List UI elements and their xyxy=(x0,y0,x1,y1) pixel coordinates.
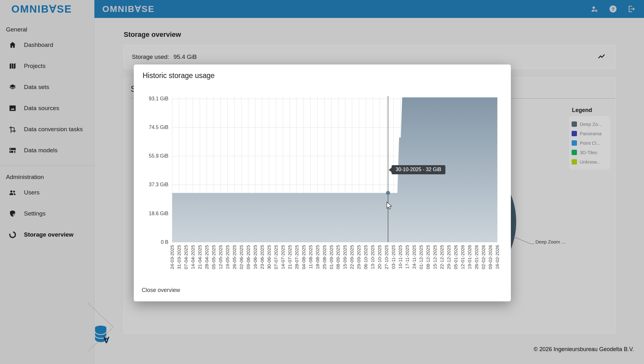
legend-item: 3D-Tiles xyxy=(572,148,607,157)
donut-icon xyxy=(8,231,17,239)
image-icon xyxy=(8,104,17,112)
sidebar-item-data-sources[interactable]: Data sources xyxy=(0,98,94,119)
map-icon xyxy=(8,62,17,70)
storage-icon xyxy=(8,146,17,154)
x-axis-tick-label: 02-02-2026 xyxy=(481,245,486,269)
x-axis-tick-label: 26-05-2025 xyxy=(232,245,237,269)
x-axis-tick-label: 14-07-2025 xyxy=(280,245,285,269)
x-axis-tick-label: 10-11-2025 xyxy=(398,245,403,269)
hover-point-marker xyxy=(386,191,390,195)
sidebar-item-data-sets[interactable]: Data sets xyxy=(0,76,94,98)
x-axis-tick-label: 22-09-2025 xyxy=(349,245,354,269)
x-axis-tick-label: 21-07-2025 xyxy=(287,245,292,269)
account-settings-icon[interactable] xyxy=(590,5,599,13)
y-axis-tick-label: 74.5 GiB xyxy=(149,125,168,130)
sidebar-item-label: Data conversion tasks xyxy=(24,126,83,133)
historic-storage-modal: Historic storage usage 0 B18.6 GiB37.3 G… xyxy=(134,64,511,301)
x-axis-tick-label: 08-12-2025 xyxy=(425,245,431,269)
sidebar-item-label: Projects xyxy=(24,63,46,70)
y-axis-tick-label: 18.6 GiB xyxy=(149,211,168,216)
x-axis-tick-label: 17-11-2025 xyxy=(404,245,410,269)
x-axis-tick-label: 11-08-2025 xyxy=(308,245,313,269)
x-axis-tick-label: 27-10-2025 xyxy=(384,245,389,269)
x-axis-tick-label: 05-05-2025 xyxy=(211,245,216,269)
users-icon xyxy=(8,188,17,197)
x-axis-tick-label: 26-01-2026 xyxy=(474,245,479,269)
close-overview-button[interactable]: Close overview xyxy=(140,286,181,295)
x-axis-tick-label: 24-11-2025 xyxy=(411,245,417,269)
crop-icon xyxy=(8,125,17,133)
legend-swatch xyxy=(572,140,577,146)
sidebar-section-general: General xyxy=(0,18,94,34)
layers-icon xyxy=(8,83,17,91)
x-axis-tick-label: 15-12-2025 xyxy=(432,245,438,269)
x-axis-tick-label: 02-06-2025 xyxy=(239,245,244,269)
x-axis-tick-label: 18-08-2025 xyxy=(315,245,320,269)
topbar-icons: ? xyxy=(590,5,636,13)
sidebar-item-label: Data sets xyxy=(24,84,49,91)
shield-gear-icon xyxy=(8,210,17,218)
sidebar-item-label: Storage overview xyxy=(24,231,73,238)
sidebar-logo[interactable]: OMNIB∀SE xyxy=(0,0,94,18)
storage-area-series xyxy=(172,98,497,242)
sidebar: OMNIB∀SE GeneralDashboardProjectsData se… xyxy=(0,0,94,364)
x-axis-tick-label: 05-01-2026 xyxy=(453,245,458,269)
x-axis-tick-label: 19-01-2026 xyxy=(467,245,472,269)
x-axis-tick-label: 23-06-2025 xyxy=(259,245,265,269)
y-axis-tick-label: 93.1 GiB xyxy=(149,96,168,101)
y-axis-tick-label: 55.9 GiB xyxy=(149,153,168,159)
x-axis-tick-label: 25-08-2025 xyxy=(322,245,327,269)
x-axis-tick-label: 28-04-2025 xyxy=(204,245,209,269)
legend-title: Legend xyxy=(572,107,610,114)
y-axis-tick-label: 37.3 GiB xyxy=(149,182,168,187)
storage-used-label: Storage used: xyxy=(132,53,169,60)
historic-storage-chart[interactable]: 0 B18.6 GiB37.3 GiB55.9 GiB74.5 GiB93.1 … xyxy=(134,83,511,278)
logout-icon[interactable] xyxy=(627,5,636,13)
sidebar-item-users[interactable]: Users xyxy=(0,182,94,203)
help-icon[interactable]: ? xyxy=(609,5,617,13)
x-axis-tick-label: 12-05-2025 xyxy=(218,245,223,269)
x-axis-tick-label: 09-02-2026 xyxy=(488,245,493,269)
page-title: Storage overview xyxy=(124,31,616,39)
x-axis-tick-label: 29-12-2025 xyxy=(446,245,451,269)
x-axis-tick-label: 31-03-2025 xyxy=(176,245,182,269)
x-axis-tick-label: 16-06-2025 xyxy=(252,245,258,269)
mouse-cursor-icon xyxy=(386,202,393,211)
sidebar-section-administration: Administration xyxy=(0,165,94,182)
sidebar-item-dashboard[interactable]: Dashboard xyxy=(0,34,94,55)
legend-swatch xyxy=(572,121,577,127)
x-axis-tick-label: 16-02-2026 xyxy=(494,245,500,269)
x-axis-tick-label: 09-06-2025 xyxy=(246,245,251,269)
sidebar-item-settings[interactable]: Settings xyxy=(0,203,94,224)
x-axis-tick-label: 14-04-2025 xyxy=(190,245,195,269)
legend-item-label: Panorama xyxy=(580,131,602,136)
x-axis-tick-label: 01-09-2025 xyxy=(329,245,334,269)
legend-item: Deep Zo... xyxy=(572,119,607,129)
sidebar-item-label: Users xyxy=(24,189,40,196)
sidebar-item-data-models[interactable]: Data models xyxy=(0,140,94,161)
x-axis-tick-label: 13-10-2025 xyxy=(370,245,375,269)
legend-item: Panorama xyxy=(572,129,607,138)
legend-item-label: Point Cl... xyxy=(580,140,600,146)
sidebar-item-projects[interactable]: Projects xyxy=(0,55,94,76)
x-axis-tick-label: 07-07-2025 xyxy=(273,245,279,269)
sidebar-item-data-conversion-tasks[interactable]: Data conversion tasks xyxy=(0,119,94,140)
legend-swatch xyxy=(572,159,577,165)
sidebar-item-label: Settings xyxy=(24,210,46,217)
sidebar-item-label: Data models xyxy=(24,147,58,154)
topbar-logo[interactable]: OMNIB∀SE xyxy=(102,4,155,14)
sidebar-item-storage-overview[interactable]: Storage overview xyxy=(0,224,94,245)
x-axis-tick-label: 20-10-2025 xyxy=(377,245,382,269)
chart-tooltip: 30-10-2025 - 32 GiB xyxy=(392,165,445,174)
x-axis-tick-label: 30-06-2025 xyxy=(266,245,272,269)
legend-swatch xyxy=(572,150,577,155)
history-chart-icon[interactable] xyxy=(596,53,607,61)
sidebar-nav: GeneralDashboardProjectsData setsData so… xyxy=(0,18,94,245)
x-axis-tick-label: 01-12-2025 xyxy=(418,245,424,269)
topbar: OMNIB∀SE ? xyxy=(94,0,644,18)
pie-leader-line xyxy=(514,237,534,244)
pie-slice-label: Deep Zoom ... xyxy=(535,239,565,244)
storage-used-value: 95.4 GiB xyxy=(173,53,197,60)
x-axis-tick-label: 19-05-2025 xyxy=(225,245,230,269)
sidebar-item-label: Data sources xyxy=(24,105,59,112)
